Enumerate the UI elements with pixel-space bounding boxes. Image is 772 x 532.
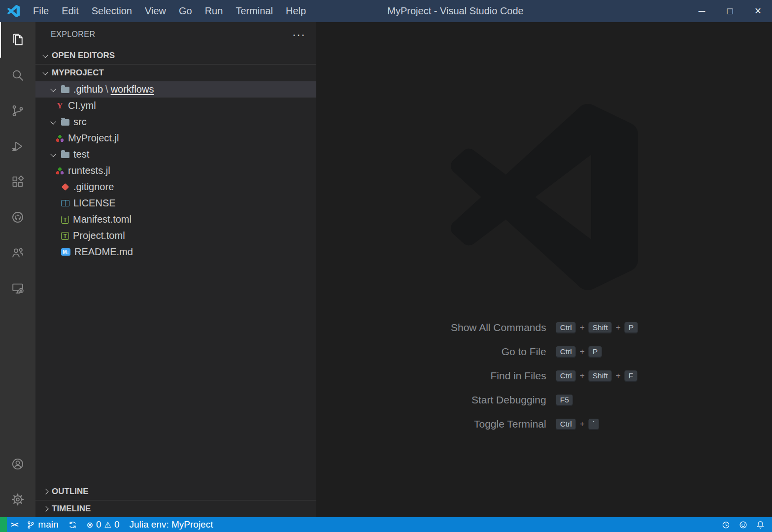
debug-play-bug-icon: [11, 139, 25, 153]
feedback-smiley-icon: [739, 521, 747, 529]
sidebar-spacer: [35, 260, 316, 483]
menu-view[interactable]: View: [138, 0, 172, 22]
section-timeline[interactable]: TIMELINE: [35, 500, 316, 517]
tree-item-runtests-jl[interactable]: runtests.jl: [35, 163, 316, 179]
remote-icon[interactable]: ><: [7, 517, 22, 532]
error-icon: ⊗: [87, 520, 93, 530]
vscode-window: File Edit Selection View Go Run Terminal…: [0, 0, 772, 532]
chevron-down-icon: [41, 52, 49, 60]
activity-extensions[interactable]: [0, 164, 35, 200]
menu-go[interactable]: Go: [172, 0, 199, 22]
close-button[interactable]: ×: [744, 0, 772, 22]
folder-icon: [61, 119, 69, 126]
window-controls: ─ □ ×: [688, 0, 772, 22]
activity-github[interactable]: [0, 200, 35, 235]
toml-icon: T: [61, 232, 69, 240]
keyboard-shortcut-hints: Show All Commands Ctrl+ Shift+ P Go to F…: [451, 322, 638, 430]
section-outline[interactable]: OUTLINE: [35, 483, 316, 500]
vscode-watermark-icon: [451, 103, 638, 291]
keycap: Ctrl: [556, 419, 576, 430]
shortcut-label: Show All Commands: [451, 322, 546, 333]
remote-explorer-icon: [11, 281, 25, 295]
activity-organization[interactable]: [0, 235, 35, 270]
keycap: Ctrl: [556, 346, 576, 358]
menu-terminal[interactable]: Terminal: [229, 0, 279, 22]
indent-spacer: [49, 183, 57, 191]
tree-item-readme-md[interactable]: M↓ README.md: [35, 244, 316, 260]
notifications-button[interactable]: [752, 517, 769, 532]
timeline-history-button[interactable]: [717, 517, 735, 532]
activity-source-control[interactable]: [0, 93, 35, 129]
tree-item-license[interactable]: LICENSE: [35, 195, 316, 211]
chevron-down-icon: [41, 69, 49, 77]
section-open-editors[interactable]: OPEN EDITORS: [35, 47, 316, 64]
tree-item-myproject-jl[interactable]: MyProject.jl: [35, 130, 316, 146]
shortcut-label: Go to File: [451, 346, 546, 358]
menu-bar: File Edit Selection View Go Run Terminal…: [27, 0, 312, 22]
keycap: P: [625, 322, 638, 333]
toml-icon: T: [61, 216, 69, 224]
people-icon: [11, 246, 25, 260]
account-icon: [11, 457, 25, 471]
extensions-icon: [11, 175, 25, 189]
folder-icon: [61, 152, 69, 158]
feedback-button[interactable]: [735, 517, 752, 532]
folder-icon: [61, 87, 69, 93]
indent-spacer: [49, 200, 57, 207]
activity-search[interactable]: [0, 58, 35, 93]
shortcut-label: Find in Files: [451, 370, 546, 382]
markdown-icon: M↓: [61, 248, 70, 256]
tree-item-ci-yml[interactable]: Y CI.yml: [35, 98, 316, 114]
tree-item-src[interactable]: src: [35, 114, 316, 130]
minimize-button[interactable]: ─: [688, 0, 716, 22]
git-branch-item[interactable]: main: [22, 517, 63, 532]
menu-selection[interactable]: Selection: [85, 0, 138, 22]
vscode-logo-icon: [7, 5, 20, 17]
section-myproject[interactable]: MYPROJECT: [35, 64, 316, 81]
bell-icon: [756, 521, 765, 529]
julia-env-item[interactable]: Julia env: MyProject: [124, 517, 218, 532]
tree-item-project-toml[interactable]: T Project.toml: [35, 228, 316, 244]
activity-account[interactable]: [0, 446, 35, 482]
warning-icon: ⚠: [104, 520, 111, 530]
tree-item-manifest-toml[interactable]: T Manifest.toml: [35, 211, 316, 228]
activity-settings[interactable]: [0, 482, 35, 517]
editor-area: Show All Commands Ctrl+ Shift+ P Go to F…: [316, 22, 772, 517]
shortcut-label: Start Debugging: [451, 394, 546, 406]
tree-item-test[interactable]: test: [35, 146, 316, 163]
sidebar-title: EXPLORER: [51, 30, 95, 39]
menu-run[interactable]: Run: [199, 0, 230, 22]
menu-edit[interactable]: Edit: [55, 0, 85, 22]
julia-icon: [56, 167, 64, 175]
activity-explorer[interactable]: [0, 22, 35, 58]
tree-item-gitignore[interactable]: .gitignore: [35, 179, 316, 195]
keycap: Ctrl: [556, 322, 576, 333]
chevron-right-icon: [41, 505, 49, 513]
keycap: `: [589, 419, 599, 430]
file-tree: .github\workflows Y CI.yml src MyProject…: [35, 81, 316, 260]
github-icon: [11, 210, 25, 224]
more-actions-icon[interactable]: ···: [292, 32, 305, 37]
activity-run-debug[interactable]: [0, 129, 35, 164]
search-icon: [11, 68, 25, 82]
activity-bar-spacer: [0, 306, 35, 446]
keycap: Shift: [589, 370, 612, 382]
sync-icon: [68, 521, 77, 529]
status-bar: >< main ⊗ 0 ⚠ 0 Julia env: MyProject: [0, 517, 772, 532]
maximize-button[interactable]: □: [716, 0, 744, 22]
keycap: F: [625, 370, 637, 382]
keycap: Ctrl: [556, 370, 576, 382]
tree-item-github-workflows[interactable]: .github\workflows: [35, 81, 316, 98]
error-count: 0: [96, 519, 101, 530]
menu-file[interactable]: File: [27, 0, 55, 22]
activity-remote-explorer[interactable]: [0, 270, 35, 306]
menu-help[interactable]: Help: [279, 0, 312, 22]
sync-changes-button[interactable]: [64, 517, 82, 532]
yaml-icon: Y: [56, 101, 64, 111]
branch-icon: [27, 521, 35, 529]
remote-indicator[interactable]: [0, 517, 7, 532]
problems-item[interactable]: ⊗ 0 ⚠ 0: [82, 517, 125, 532]
source-control-branch-icon: [11, 104, 25, 118]
indent-spacer: [49, 216, 57, 224]
chevron-down-icon: [49, 118, 57, 126]
